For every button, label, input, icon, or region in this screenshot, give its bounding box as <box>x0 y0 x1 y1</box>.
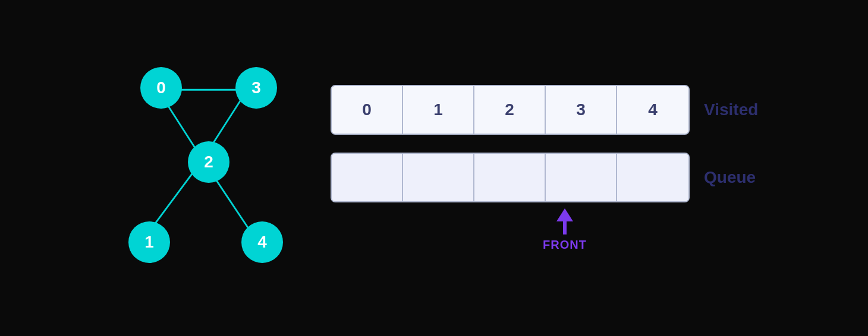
queue-array <box>331 153 690 202</box>
visited-array: 0 1 2 3 4 <box>331 85 690 135</box>
visited-cell-2: 2 <box>474 86 546 134</box>
node-2: 2 <box>188 141 229 183</box>
node-3: 3 <box>235 67 277 109</box>
queue-row: Queue <box>331 153 763 202</box>
queue-cell-1 <box>403 154 474 201</box>
visited-cell-0: 0 <box>332 86 403 134</box>
node-4: 4 <box>241 221 283 263</box>
visited-cell-3: 3 <box>546 86 617 134</box>
queue-cell-2 <box>474 154 546 201</box>
queue-cell-4 <box>617 154 688 201</box>
visited-cell-1: 1 <box>403 86 474 134</box>
node-1: 1 <box>128 221 170 263</box>
front-arrow-shaft <box>563 221 567 234</box>
graph-container: 0 3 2 1 4 <box>105 55 295 281</box>
front-arrow-head <box>556 208 573 221</box>
visited-label: Visited <box>704 100 763 119</box>
queue-cell-3 <box>546 154 617 201</box>
queue-cell-0 <box>332 154 403 201</box>
node-0: 0 <box>140 67 182 109</box>
front-indicator: FRONT <box>366 202 763 252</box>
visited-cell-4: 4 <box>617 86 688 134</box>
queue-label: Queue <box>704 168 763 187</box>
front-label: FRONT <box>543 238 587 252</box>
main-container: 0 3 2 1 4 0 1 2 3 4 Visited <box>105 55 763 281</box>
visited-row: 0 1 2 3 4 Visited <box>331 85 763 135</box>
